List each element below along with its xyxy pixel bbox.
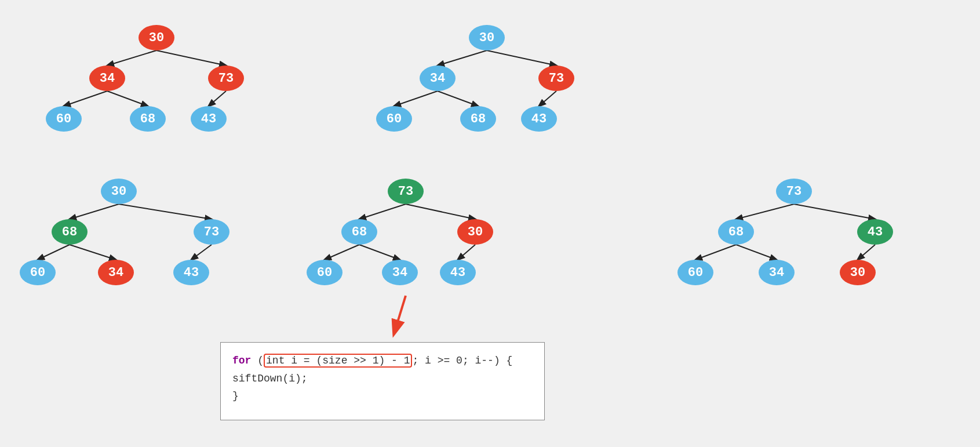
highlighted-code: int i = (size >> 1) - 1: [264, 354, 412, 368]
code-line3: }: [232, 387, 533, 405]
node-34-tree3: 34: [98, 260, 134, 285]
svg-line-25: [858, 245, 875, 260]
svg-line-18: [325, 245, 359, 260]
node-68-tree4: 68: [341, 219, 377, 245]
svg-line-1: [107, 50, 156, 66]
node-30-tree4: 30: [457, 219, 493, 245]
node-73-tree2: 73: [538, 66, 574, 91]
svg-line-21: [736, 204, 794, 219]
svg-line-3: [64, 91, 107, 106]
node-68-tree1: 68: [130, 106, 166, 132]
node-34-tree4: 34: [382, 260, 418, 285]
svg-line-9: [438, 91, 478, 106]
svg-line-14: [70, 245, 116, 260]
svg-line-8: [394, 91, 438, 106]
node-30-tree1: 30: [139, 25, 174, 50]
node-60-tree2: 60: [376, 106, 412, 132]
svg-line-17: [406, 204, 475, 219]
svg-line-15: [191, 245, 212, 260]
node-60-tree5: 60: [677, 260, 713, 285]
node-43-tree3: 43: [173, 260, 209, 285]
node-34-tree2: 34: [420, 66, 456, 91]
for-keyword: for: [232, 355, 251, 366]
code-box: for (int i = (size >> 1) - 1; i >= 0; i-…: [220, 342, 545, 420]
svg-line-6: [438, 50, 487, 66]
svg-line-5: [209, 91, 226, 106]
node-43-tree1: 43: [191, 106, 227, 132]
node-68-tree2: 68: [460, 106, 496, 132]
node-30-tree2: 30: [469, 25, 505, 50]
node-73-tree4: 73: [388, 179, 424, 204]
node-34-tree5: 34: [759, 260, 795, 285]
node-73-tree3: 73: [194, 219, 229, 245]
svg-line-10: [539, 91, 556, 106]
node-60-tree4: 60: [307, 260, 343, 285]
svg-line-19: [359, 245, 400, 260]
node-68-tree5: 68: [718, 219, 754, 245]
node-43-tree2: 43: [521, 106, 557, 132]
node-68-tree3: 68: [52, 219, 88, 245]
node-43-tree4: 43: [440, 260, 476, 285]
svg-line-16: [359, 204, 406, 219]
node-34-tree1: 34: [89, 66, 125, 91]
svg-line-2: [156, 50, 226, 66]
code-line1: for (int i = (size >> 1) - 1; i >= 0; i-…: [232, 352, 533, 370]
svg-line-11: [70, 204, 119, 219]
svg-line-4: [107, 91, 148, 106]
node-60-tree1: 60: [46, 106, 82, 132]
node-60-tree3: 60: [20, 260, 56, 285]
node-73-tree1: 73: [208, 66, 244, 91]
svg-line-13: [38, 245, 70, 260]
svg-line-20: [458, 245, 475, 260]
node-43-tree5: 43: [857, 219, 893, 245]
svg-line-24: [736, 245, 777, 260]
svg-line-12: [119, 204, 212, 219]
node-30-tree5: 30: [840, 260, 876, 285]
code-line2: siftDown(i);: [232, 370, 533, 388]
main-diagram: 3034736068433034736068433068736034437368…: [0, 0, 980, 447]
svg-line-22: [794, 204, 875, 219]
node-73-tree5: 73: [776, 179, 812, 204]
node-30-tree3: 30: [101, 179, 137, 204]
svg-line-7: [487, 50, 556, 66]
svg-line-23: [695, 245, 736, 260]
